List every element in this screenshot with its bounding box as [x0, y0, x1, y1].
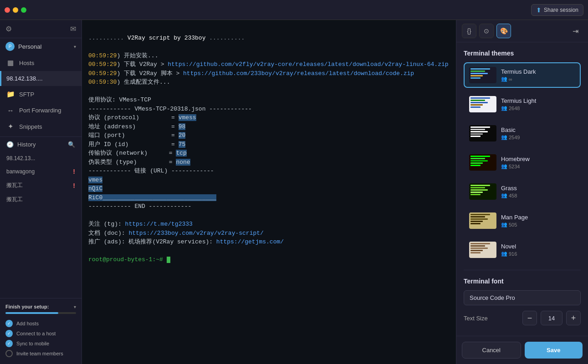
expand-button[interactable]: ⇥	[568, 24, 583, 38]
share-icon: ⬆	[536, 6, 542, 14]
history-item-1[interactable]: banwagong !	[0, 165, 82, 178]
top-bar: ⬆ Share session	[0, 0, 588, 20]
brush-icon: 🎨	[500, 27, 508, 35]
theme-users-termius-light: 👥 2648	[501, 105, 575, 111]
setup-section: Finish your setup: ▾ ✓ Add hosts ✓ Conne…	[0, 298, 82, 364]
save-button[interactable]: Save	[525, 342, 583, 359]
theme-preview-novel	[469, 242, 496, 258]
history-toolbar-button[interactable]: ⊙	[479, 24, 494, 38]
users-icon-3: 👥	[501, 163, 507, 169]
theme-users-man-page: 👥 505	[501, 222, 575, 228]
theme-preview-grass	[469, 183, 496, 200]
right-panel-footer: Cancel Save	[456, 336, 588, 364]
sidebar-item-port-forwarding[interactable]: ↔ Port Forwarding	[0, 102, 82, 118]
sidebar-item-sftp[interactable]: 📁 SFTP	[0, 86, 82, 102]
right-panel-content: Terminal themes Termius Dark 👥 ∞	[456, 42, 588, 336]
sidebar: ⚙ ✉ P Personal ▾ ▦ Hosts 98.142.138.... …	[0, 20, 82, 364]
history-label: History	[17, 141, 36, 148]
setup-item-label-0: Add hosts	[16, 321, 39, 326]
setup-chevron-icon[interactable]: ▾	[74, 304, 76, 309]
users-icon-2: 👥	[501, 134, 507, 140]
terminal-output: .......... V2Ray script by 233boy ......…	[88, 25, 450, 273]
progress-bar-bg	[5, 312, 76, 314]
theme-card-man-page[interactable]: Man Page 👥 505	[464, 208, 581, 233]
theme-card-novel[interactable]: Novel 👥 916	[464, 237, 581, 263]
code-icon: {}	[467, 27, 471, 35]
history-header: 🕘 History 🔍	[0, 137, 82, 152]
search-icon[interactable]: 🔍	[68, 141, 75, 148]
setup-item-label-1: Connect to a host	[16, 331, 56, 336]
hosts-icon: ▦	[6, 59, 15, 67]
compose-icon[interactable]: ✉	[70, 25, 76, 33]
font-selector[interactable]: Source Code Pro	[464, 290, 581, 305]
theme-card-termius-dark[interactable]: Termius Dark 👥 ∞	[464, 62, 581, 88]
maximize-button[interactable]	[21, 7, 26, 13]
theme-preview-termius-dark	[469, 67, 496, 83]
users-icon-6: 👥	[501, 251, 507, 257]
setup-item-3: Invite team members	[5, 349, 76, 359]
theme-card-termius-light[interactable]: Termius Light 👥 2648	[464, 91, 581, 117]
close-button[interactable]	[5, 7, 10, 13]
theme-users-homebrew: 👥 5234	[501, 163, 575, 169]
history-section: 🕘 History 🔍 98.142.13... banwagong ! 搬瓦工…	[0, 136, 82, 207]
minimize-button[interactable]	[13, 7, 18, 13]
personal-avatar: P	[5, 42, 15, 51]
code-toolbar-button[interactable]: {}	[462, 24, 476, 38]
increase-size-button[interactable]: +	[566, 311, 581, 325]
setup-title: Finish your setup:	[5, 304, 49, 309]
sidebar-item-snippets[interactable]: ✦ Snippets	[0, 118, 82, 135]
port-forwarding-icon: ↔	[6, 106, 15, 114]
theme-card-basic[interactable]: Basic 👥 2549	[464, 121, 581, 146]
progress-bar-fill	[5, 312, 58, 314]
gear-icon[interactable]: ⚙	[5, 25, 12, 33]
themes-section-title: Terminal themes	[464, 50, 581, 57]
active-host-item[interactable]: 98.142.138....	[0, 71, 82, 86]
font-section: Terminal font Source Code Pro Text Size …	[464, 270, 581, 325]
terminal-area[interactable]: .......... V2Ray script by 233boy ......…	[82, 20, 456, 364]
history-item-2[interactable]: 搬瓦工 !	[0, 178, 82, 192]
sftp-icon: 📁	[6, 90, 15, 98]
history-item-0[interactable]: 98.142.13...	[0, 152, 82, 165]
share-session-button[interactable]: ⬆ Share session	[531, 4, 583, 16]
port-forwarding-label: Port Forwarding	[19, 107, 61, 114]
sftp-label: SFTP	[19, 91, 34, 98]
theme-users-termius-dark: 👥 ∞	[501, 76, 575, 82]
expand-icon: ⇥	[573, 27, 578, 35]
history-item-label-3: 搬瓦工	[6, 196, 23, 203]
right-panel-toolbar: {} ⊙ 🎨 ⇥	[456, 20, 588, 42]
theme-name-termius-dark: Termius Dark	[501, 68, 575, 75]
history-item-3[interactable]: 搬瓦工	[0, 192, 82, 207]
users-icon-5: 👥	[501, 222, 507, 228]
theme-name-termius-light: Termius Light	[501, 97, 575, 104]
check-icon-2: ✓	[5, 340, 13, 347]
chevron-down-icon: ▾	[74, 44, 76, 49]
snippets-label: Snippets	[19, 123, 42, 130]
decrease-size-button[interactable]: −	[522, 311, 537, 325]
personal-section[interactable]: P Personal ▾	[0, 38, 82, 55]
history-item-label-2: 搬瓦工	[6, 182, 23, 189]
themes-toolbar-button[interactable]: 🎨	[496, 24, 511, 38]
text-size-label: Text Size	[464, 315, 519, 322]
history-item-label-1: banwagong	[6, 168, 35, 175]
theme-name-novel: Novel	[501, 243, 575, 250]
setup-item-0: ✓ Add hosts	[5, 318, 76, 329]
hosts-label: Hosts	[19, 60, 34, 66]
check-icon-1: ✓	[5, 330, 13, 337]
setup-item-1: ✓ Connect to a host	[5, 329, 76, 339]
personal-label: Personal	[18, 43, 41, 50]
snippets-icon: ✦	[6, 122, 15, 131]
alert-icon-1: !	[73, 168, 75, 175]
clock-icon: ⊙	[484, 27, 489, 35]
theme-users-grass: 👥 458	[501, 192, 575, 198]
theme-card-homebrew[interactable]: Homebrew 👥 5234	[464, 150, 581, 175]
theme-name-grass: Grass	[501, 185, 575, 192]
font-section-title: Terminal font	[464, 278, 581, 285]
setup-header: Finish your setup: ▾	[5, 304, 76, 309]
theme-card-grass[interactable]: Grass 👥 458	[464, 179, 581, 204]
cancel-button[interactable]: Cancel	[462, 342, 521, 359]
theme-name-basic: Basic	[501, 126, 575, 133]
users-icon-0: 👥	[501, 76, 507, 82]
sidebar-item-hosts[interactable]: ▦ Hosts	[0, 55, 82, 71]
history-icon: 🕘	[6, 141, 14, 148]
theme-users-novel: 👥 916	[501, 251, 575, 257]
